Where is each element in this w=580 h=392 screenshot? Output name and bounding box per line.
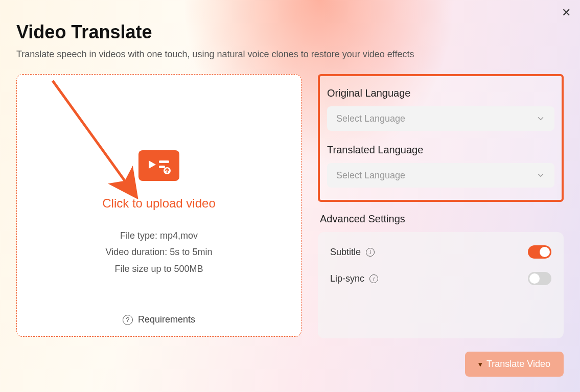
advanced-settings-panel: Subtitle i Lip-sync i	[318, 232, 564, 338]
subtitle-toggle[interactable]	[528, 245, 551, 259]
translated-language-placeholder: Select Language	[336, 170, 405, 181]
language-selection-box: Original Language Select Language Transl…	[318, 74, 564, 202]
translate-video-button[interactable]: ▾ Translate Video	[465, 352, 564, 377]
translated-language-label: Translated Language	[327, 144, 554, 156]
upload-dropzone[interactable]: Click to upload video File type: mp4,mov…	[16, 74, 301, 337]
close-icon[interactable]: ✕	[562, 7, 571, 18]
svg-marker-1	[149, 160, 156, 169]
header: Video Translate Translate speech in vide…	[0, 0, 580, 74]
chevron-down-icon	[536, 114, 545, 123]
spec-file-size: File size up to 500MB	[106, 261, 213, 277]
page-title: Video Translate	[16, 21, 564, 43]
subtitle-label: Subtitle	[330, 247, 361, 258]
question-icon: ?	[123, 315, 133, 325]
upload-specs: File type: mp4,mov Video duration: 5s to…	[106, 227, 213, 277]
lipsync-label: Lip-sync	[330, 273, 364, 284]
original-language-select[interactable]: Select Language	[327, 106, 554, 131]
upload-video-icon	[138, 150, 179, 181]
svg-line-0	[53, 81, 129, 187]
translate-button-label: Translate Video	[486, 359, 550, 370]
divider	[47, 219, 271, 219]
info-icon[interactable]: i	[366, 248, 375, 257]
spec-duration: Video duration: 5s to 5min	[106, 244, 213, 260]
requirements-label: Requirements	[138, 314, 195, 325]
chevron-down-icon: ▾	[478, 360, 482, 369]
svg-rect-2	[159, 160, 169, 163]
svg-rect-3	[159, 166, 165, 168]
advanced-settings-title: Advanced Settings	[320, 213, 564, 225]
page-subtitle: Translate speech in videos with one touc…	[16, 49, 564, 60]
lipsync-toggle[interactable]	[528, 272, 551, 285]
chevron-down-icon	[536, 171, 545, 180]
info-icon[interactable]: i	[369, 274, 378, 283]
annotation-arrow-icon	[37, 75, 150, 207]
requirements-link[interactable]: ? Requirements	[123, 314, 195, 325]
original-language-label: Original Language	[327, 87, 554, 99]
upload-cta-text: Click to upload video	[102, 196, 215, 211]
translated-language-select[interactable]: Select Language	[327, 163, 554, 188]
spec-file-type: File type: mp4,mov	[106, 227, 213, 244]
original-language-placeholder: Select Language	[336, 113, 405, 124]
